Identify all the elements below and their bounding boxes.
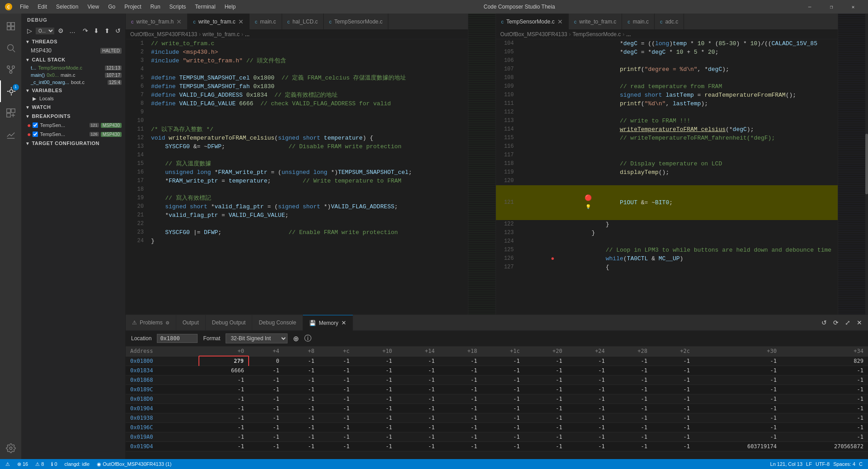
code-line-113: 113 // write to FRAM !!! xyxy=(496,117,838,125)
code-line-126: 126 ● while(TA0CTL & MC__UP) xyxy=(496,254,838,263)
memory-table-wrapper[interactable]: Address +0 +4 +8 +c +10 +14 +18 +1c +20 xyxy=(126,347,868,459)
menu-scripts[interactable]: Scripts xyxy=(166,3,190,11)
tab-main-c-right[interactable]: c main.c xyxy=(622,14,655,29)
memory-addr-3: 0x0189C xyxy=(126,385,199,394)
maximize-button[interactable]: ❐ xyxy=(821,0,842,14)
editor-pane-right: c TempSensorMode.c ✕ c write_to_fram.c c… xyxy=(496,14,839,314)
code-area-left[interactable]: 1 // write_to_fram.c 2 #include <msp430.… xyxy=(126,39,468,314)
panel-refresh-button[interactable]: ↺ xyxy=(819,318,829,327)
tab-memory[interactable]: 💾 Memory ✕ xyxy=(303,315,353,331)
tab-write-to-fram-c[interactable]: c write_to_fram.c ✕ xyxy=(188,14,250,29)
tab-tempsensor-left[interactable]: c TempSensorMode.c xyxy=(324,14,388,29)
debug-step-over-button[interactable]: ↷ xyxy=(81,26,90,35)
menu-help[interactable]: Help xyxy=(221,3,240,11)
code-area-right[interactable]: 104 *degC = ((long)temp * 10 * (85-30) *… xyxy=(496,39,838,314)
memory-cell-9-8: -1 xyxy=(524,442,567,451)
memory-cell-4-4: -1 xyxy=(354,394,396,404)
menu-edit[interactable]: Edit xyxy=(34,3,51,11)
call-stack-item-2[interactable]: _c_int00_noarg... boot.c 125:4 xyxy=(22,79,125,86)
code-line-107: 107 printf("degree = %d\n", *degC); xyxy=(496,65,838,74)
panel-reload-button[interactable]: ⟳ xyxy=(831,318,841,327)
menu-file[interactable]: File xyxy=(16,3,32,11)
menu-terminal[interactable]: Terminal xyxy=(191,3,219,11)
tab-output[interactable]: Output xyxy=(176,315,206,331)
tab-problems[interactable]: ⚠ Problems ⚙ xyxy=(126,315,176,331)
breakpoints-section[interactable]: ▼ BREAKPOINTS xyxy=(22,112,125,121)
activity-graph[interactable] xyxy=(0,124,22,145)
activity-search[interactable] xyxy=(0,37,22,59)
menu-go[interactable]: Go xyxy=(104,3,119,11)
memory-cell-5-13: -1 xyxy=(781,404,868,413)
debug-step-out-button[interactable]: ⬆ xyxy=(103,26,112,35)
memory-close-button[interactable]: ✕ xyxy=(341,319,346,326)
menu-project[interactable]: Project xyxy=(121,3,145,11)
minimize-button[interactable]: — xyxy=(799,0,820,14)
tab-write-to-fram-c-right[interactable]: c write_to_fram.c xyxy=(569,14,623,29)
svg-line-12 xyxy=(11,68,14,71)
debug-restart-button[interactable]: ↺ xyxy=(113,26,123,35)
activity-extensions[interactable] xyxy=(0,102,22,124)
watch-section[interactable]: ▼ WATCH xyxy=(22,103,125,112)
memory-cell-0-13: 829 xyxy=(781,356,868,366)
call-stack-item-1[interactable]: main() 0x0... main.c 107:17 xyxy=(22,71,125,79)
debug-settings-button[interactable]: ⚙ xyxy=(56,26,66,35)
memory-info-button[interactable]: ⓘ xyxy=(304,334,311,343)
memory-cell-9-5: -1 xyxy=(396,442,439,451)
format-select[interactable]: 32-Bit Signed Int 16-Bit Signed Int 8-Bi… xyxy=(226,333,288,343)
panel-maximize-button[interactable]: ⤢ xyxy=(843,318,853,327)
breakpoint-item-0[interactable]: ● TempSen... 121 MSP430 xyxy=(22,121,125,130)
status-debug-icon[interactable]: ⚠ xyxy=(4,459,12,469)
locals-item[interactable]: ▶ Locals xyxy=(22,95,125,103)
tab-debug-console[interactable]: Debug Console xyxy=(252,315,303,331)
location-input[interactable] xyxy=(157,334,198,343)
activity-settings[interactable] xyxy=(0,437,22,459)
threads-section[interactable]: ▼ THREADS xyxy=(22,37,125,46)
status-spaces[interactable]: Spaces: 4 xyxy=(831,459,857,469)
call-stack-section[interactable]: ▼ CALL STACK xyxy=(22,55,125,64)
debug-more-button[interactable]: … xyxy=(67,26,77,35)
tab-hal-lcd-c[interactable]: c hal_LCD.c xyxy=(282,14,324,29)
status-info[interactable]: ℹ 0 xyxy=(49,459,59,469)
activity-source-control[interactable] xyxy=(0,59,22,80)
tab-debug-output[interactable]: Debug Output xyxy=(206,315,253,331)
code-line-121: 121 🔴 💡 P1OUT &= ~BIT0; xyxy=(496,185,838,220)
menu-selection[interactable]: Selection xyxy=(52,3,82,11)
tab-adc-c[interactable]: c adc.c xyxy=(655,14,684,29)
status-language[interactable]: C xyxy=(857,459,864,469)
addr-header: Address xyxy=(126,347,199,356)
debug-step-into-button[interactable]: ⬇ xyxy=(92,26,101,35)
debug-config-select[interactable]: O... xyxy=(36,28,54,34)
breakpoint-item-1[interactable]: ● TempSen... 126 MSP430 xyxy=(22,130,125,139)
status-clangd[interactable]: clangd: idle xyxy=(63,459,92,469)
right-scrollbar[interactable] xyxy=(865,14,868,314)
breakpoint-checkbox-0[interactable] xyxy=(33,122,38,128)
problems-label: Problems xyxy=(140,319,163,326)
status-project[interactable]: ◉ OutOfBox_MSP430FR4133 (1) xyxy=(95,459,173,469)
target-config-section[interactable]: ▼ TARGET CONFIGURATION xyxy=(22,139,125,148)
status-lf[interactable]: LF xyxy=(804,459,814,469)
status-warnings[interactable]: ⚠ 8 xyxy=(33,459,46,469)
memory-cell-3-1: -1 xyxy=(249,385,284,394)
memory-settings-button[interactable]: ⊕ xyxy=(293,334,299,343)
activity-explorer[interactable] xyxy=(0,15,22,37)
menu-run[interactable]: Run xyxy=(147,3,164,11)
activity-debug[interactable]: 1 xyxy=(0,80,22,102)
target-config-chevron: ▼ xyxy=(25,141,30,146)
menu-view[interactable]: View xyxy=(84,3,103,11)
close-button[interactable]: ✕ xyxy=(843,0,863,14)
call-stack-item-0[interactable]: t... TempSensorMode.c 121:13 xyxy=(22,64,125,71)
app-logo: C xyxy=(5,3,13,11)
tab-tempsensor-right[interactable]: c TempSensorMode.c ✕ xyxy=(496,14,569,29)
debug-continue-button[interactable]: ▷ xyxy=(25,26,34,35)
svg-point-10 xyxy=(9,71,12,74)
panel-close-button[interactable]: ✕ xyxy=(854,318,864,327)
svg-line-7 xyxy=(13,50,15,52)
code-line-24: 24 } xyxy=(126,237,468,245)
breakpoint-checkbox-1[interactable] xyxy=(33,131,38,137)
tab-main-c-left[interactable]: c main.c xyxy=(250,14,282,29)
status-encoding[interactable]: UTF-8 xyxy=(814,459,831,469)
variables-section[interactable]: ▼ VARIABLES xyxy=(22,86,125,95)
status-line-col[interactable]: Ln 121, Col 13 xyxy=(769,459,805,469)
status-errors[interactable]: ⊗ 16 xyxy=(15,459,30,469)
tab-write-to-fram-h[interactable]: c write_to_fram.h ✕ xyxy=(126,14,188,29)
